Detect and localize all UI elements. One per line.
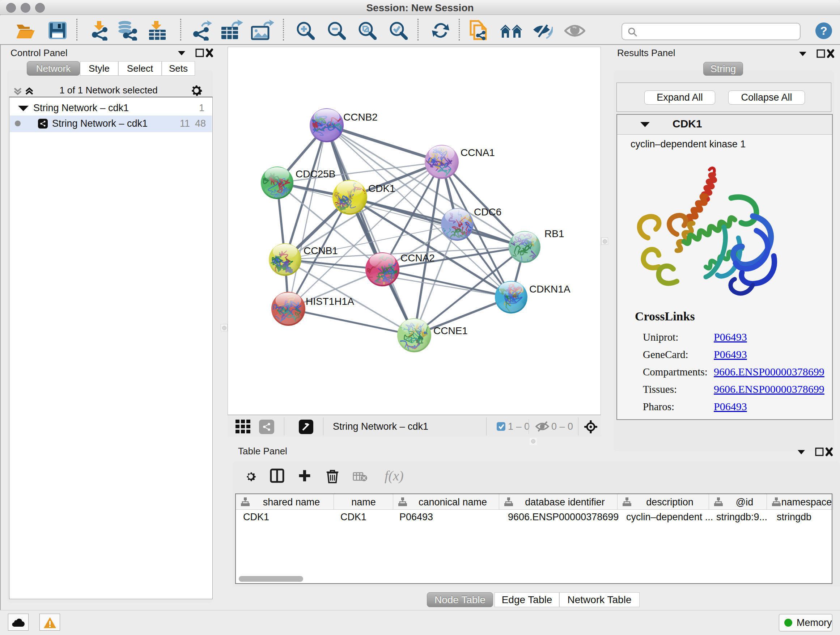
svg-text:CDC25B: CDC25B <box>295 168 335 180</box>
svg-text:CDC6: CDC6 <box>474 206 501 218</box>
svg-text:CDKN1A: CDKN1A <box>529 283 570 295</box>
svg-text:CCNA2: CCNA2 <box>401 252 435 264</box>
svg-text:?: ? <box>820 24 827 37</box>
svg-text:CCNB1: CCNB1 <box>303 245 338 256</box>
svg-text:HIST1H1A: HIST1H1A <box>306 296 354 307</box>
svg-text:CDK1: CDK1 <box>368 183 395 194</box>
svg-text:RB1: RB1 <box>545 228 564 239</box>
svg-text:CCNE1: CCNE1 <box>433 325 468 336</box>
svg-text:CCNA1: CCNA1 <box>461 147 495 158</box>
svg-text:CCNB2: CCNB2 <box>343 111 378 123</box>
